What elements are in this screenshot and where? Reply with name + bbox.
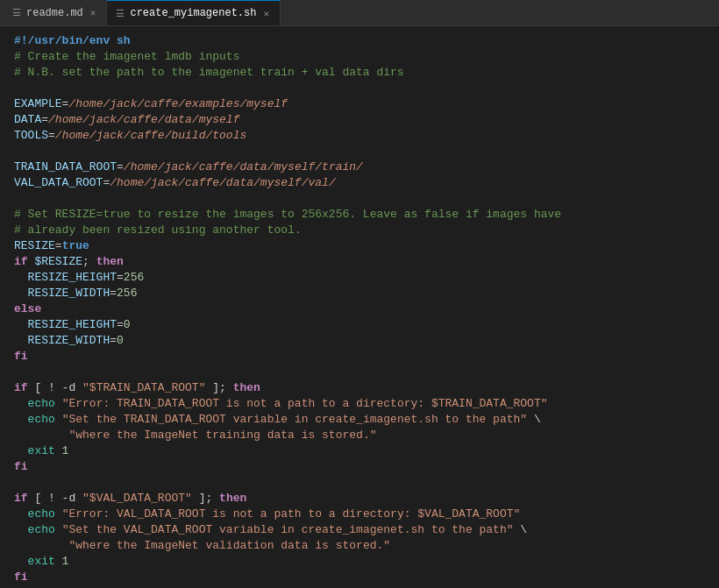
- token: exit: [14, 554, 55, 570]
- token: \: [514, 522, 528, 538]
- token: =: [62, 96, 69, 112]
- line: [0, 191, 719, 207]
- line: # N.B. set the path to the imagenet trai…: [0, 65, 719, 81]
- token: =: [117, 317, 124, 333]
- token: echo: [14, 522, 55, 538]
- token: =: [41, 112, 48, 128]
- line: "where the ImageNet validation data is s…: [0, 538, 719, 554]
- line: RESIZE_HEIGHT=256: [0, 270, 719, 286]
- tab-create[interactable]: ☰ create_myimagenet.sh ✕: [107, 0, 281, 25]
- line: TRAIN_DATA_ROOT=/home/jack/caffe/data/my…: [0, 159, 719, 175]
- line: [0, 81, 719, 96]
- token: [14, 428, 68, 443]
- token: =: [103, 175, 110, 191]
- token: =: [55, 238, 62, 254]
- token: RESIZE_HEIGHT: [14, 317, 117, 333]
- line: RESIZE_HEIGHT=0: [0, 317, 719, 333]
- tab-readme-label: readme.md: [26, 7, 83, 19]
- line: exit 1: [0, 443, 719, 459]
- token: [55, 522, 62, 538]
- tab-create-close[interactable]: ✕: [261, 7, 271, 20]
- token: $RESIZE: [28, 254, 82, 270]
- token: if: [14, 380, 28, 396]
- token: "where the ImageNet training data is sto…: [68, 428, 376, 443]
- line: echo "Set the TRAIN_DATA_ROOT variable i…: [0, 412, 719, 428]
- line: fi: [0, 459, 719, 475]
- token: exit: [14, 443, 55, 459]
- line: echo "Set the VAL_DATA_ROOT variable in …: [0, 522, 719, 538]
- line: if $RESIZE; then: [0, 254, 719, 270]
- token: /home/jack/caffe/data/myself: [48, 112, 239, 128]
- token: ];: [205, 380, 232, 396]
- token: RESIZE_WIDTH: [14, 286, 110, 301]
- token: # already been resized using another too…: [14, 223, 302, 238]
- token: fi: [14, 570, 28, 585]
- token: [ ! -d: [28, 380, 82, 396]
- tab-bar: ☰ readme.md ✕ ☰ create_myimagenet.sh ✕: [0, 0, 719, 26]
- line: EXAMPLE=/home/jack/caffe/examples/myself: [0, 96, 719, 112]
- token: EXAMPLE: [14, 96, 62, 112]
- token: echo: [14, 412, 55, 428]
- line: fi: [0, 570, 719, 585]
- token: ];: [192, 491, 219, 507]
- token: 1: [55, 554, 69, 570]
- token: "$VAL_DATA_ROOT": [82, 491, 192, 507]
- token: DATA: [14, 112, 41, 128]
- token: 0: [117, 333, 124, 349]
- token: fi: [14, 459, 28, 475]
- token: echo: [14, 507, 55, 522]
- token: =: [117, 270, 124, 286]
- token: then: [233, 380, 260, 396]
- token: =: [110, 333, 117, 349]
- tab-readme-close[interactable]: ✕: [89, 6, 98, 19]
- tab-create-icon: ☰: [116, 8, 125, 19]
- token: RESIZE_HEIGHT: [14, 270, 117, 286]
- tab-create-label: create_myimagenet.sh: [130, 7, 256, 19]
- token: "$TRAIN_DATA_ROOT": [82, 380, 205, 396]
- token: "Error: TRAIN_DATA_ROOT is not a path to…: [62, 396, 548, 412]
- token: /home/jack/caffe/examples/myself: [68, 96, 288, 112]
- token: if: [14, 491, 28, 507]
- tab-readme[interactable]: ☰ readme.md ✕: [4, 0, 107, 25]
- token: true: [62, 238, 89, 254]
- token: [55, 396, 62, 412]
- token: #!/usr/bin/env sh: [14, 33, 131, 49]
- line: else: [0, 301, 719, 317]
- token: 1: [55, 443, 69, 459]
- token: RESIZE_WIDTH: [14, 333, 110, 349]
- token: fi: [14, 349, 28, 365]
- token: /home/jack/caffe/data/myself/train/: [124, 159, 363, 175]
- token: /home/jack/caffe/build/tools: [55, 128, 246, 144]
- line: [0, 365, 719, 380]
- token: "Set the VAL_DATA_ROOT variable in creat…: [62, 522, 514, 538]
- line: # already been resized using another too…: [0, 223, 719, 238]
- token: \: [527, 412, 541, 428]
- line: VAL_DATA_ROOT=/home/jack/caffe/data/myse…: [0, 175, 719, 191]
- token: [55, 412, 62, 428]
- token: if: [14, 254, 28, 270]
- line: TOOLS=/home/jack/caffe/build/tools: [0, 128, 719, 144]
- token: /home/jack/caffe/data/myself/val/: [110, 175, 335, 191]
- token: =: [117, 159, 124, 175]
- token: ;: [82, 254, 96, 270]
- token: # Set RESIZE=true to resize the images t…: [14, 207, 561, 223]
- token: RESIZE: [14, 238, 55, 254]
- token: 0: [124, 317, 131, 333]
- token: else: [14, 301, 41, 317]
- token: "Error: VAL_DATA_ROOT is not a path to a…: [62, 507, 521, 522]
- line: exit 1: [0, 554, 719, 570]
- token: [ ! -d: [28, 491, 82, 507]
- editor: #!/usr/bin/env sh# Create the imagenet l…: [0, 26, 719, 588]
- token: TRAIN_DATA_ROOT: [14, 159, 117, 175]
- line: RESIZE_WIDTH=0: [0, 333, 719, 349]
- line: [0, 144, 719, 159]
- line: DATA=/home/jack/caffe/data/myself: [0, 112, 719, 128]
- token: TOOLS: [14, 128, 48, 144]
- token: then: [96, 254, 124, 270]
- line: RESIZE=true: [0, 238, 719, 254]
- token: [55, 507, 62, 522]
- line: #!/usr/bin/env sh: [0, 33, 719, 49]
- token: VAL_DATA_ROOT: [14, 175, 103, 191]
- token: echo: [14, 396, 55, 412]
- token: =: [48, 128, 55, 144]
